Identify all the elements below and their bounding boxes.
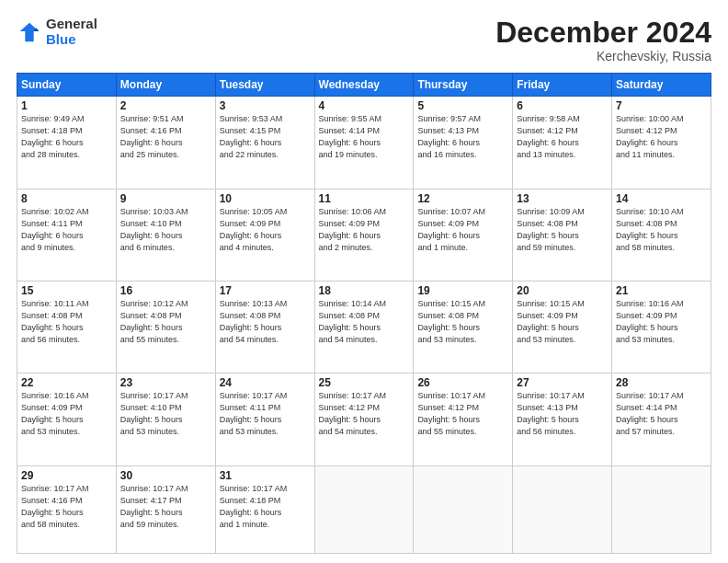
cell-info: Sunrise: 10:05 AM Sunset: 4:09 PM Daylig… (220, 206, 311, 254)
day-number: 6 (517, 99, 608, 112)
cell-info: Sunrise: 10:17 AM Sunset: 4:17 PM Daylig… (120, 483, 211, 531)
calendar-cell: 27Sunrise: 10:17 AM Sunset: 4:13 PM Dayl… (513, 373, 612, 465)
cell-info: Sunrise: 10:17 AM Sunset: 4:12 PM Daylig… (319, 390, 410, 438)
cell-info: Sunrise: 10:17 AM Sunset: 4:13 PM Daylig… (517, 390, 608, 438)
calendar-cell: 28Sunrise: 10:17 AM Sunset: 4:14 PM Dayl… (612, 373, 711, 465)
day-number: 21 (616, 284, 707, 297)
day-number: 8 (21, 192, 112, 205)
calendar-cell: 8Sunrise: 10:02 AM Sunset: 4:11 PM Dayli… (17, 189, 117, 281)
calendar-cell: 11Sunrise: 10:06 AM Sunset: 4:09 PM Dayl… (314, 189, 414, 281)
day-number: 25 (319, 376, 410, 389)
main-title: December 2024 (495, 17, 711, 49)
day-number: 19 (417, 284, 508, 297)
cell-info: Sunrise: 10:17 AM Sunset: 4:11 PM Daylig… (220, 390, 311, 438)
calendar-cell: 22Sunrise: 10:16 AM Sunset: 4:09 PM Dayl… (17, 373, 117, 465)
weekday-header: Thursday (414, 74, 513, 97)
calendar-cell: 21Sunrise: 10:16 AM Sunset: 4:09 PM Dayl… (612, 281, 711, 373)
cell-info: Sunrise: 10:17 AM Sunset: 4:10 PM Daylig… (120, 390, 211, 438)
calendar-cell (612, 465, 711, 554)
day-number: 1 (21, 99, 112, 112)
calendar-cell (513, 465, 612, 554)
calendar-cell: 4Sunrise: 9:55 AM Sunset: 4:14 PM Daylig… (314, 97, 414, 189)
day-number: 15 (21, 284, 112, 297)
calendar-cell: 31Sunrise: 10:17 AM Sunset: 4:18 PM Dayl… (215, 465, 314, 554)
cell-info: Sunrise: 10:17 AM Sunset: 4:16 PM Daylig… (21, 483, 112, 531)
day-number: 3 (220, 99, 311, 112)
calendar-cell (414, 465, 513, 554)
calendar-cell: 3Sunrise: 9:53 AM Sunset: 4:15 PM Daylig… (215, 97, 314, 189)
day-number: 2 (120, 99, 211, 112)
calendar-cell: 10Sunrise: 10:05 AM Sunset: 4:09 PM Dayl… (215, 189, 314, 281)
calendar-cell: 18Sunrise: 10:14 AM Sunset: 4:08 PM Dayl… (314, 281, 414, 373)
day-number: 26 (417, 376, 508, 389)
day-number: 12 (417, 192, 508, 205)
day-number: 31 (220, 469, 311, 482)
svg-marker-0 (20, 22, 40, 41)
calendar-table: SundayMondayTuesdayWednesdayThursdayFrid… (17, 73, 711, 554)
page: General Blue December 2024 Kerchevskiy, … (0, 0, 728, 563)
weekday-header: Monday (116, 74, 215, 97)
cell-info: Sunrise: 9:53 AM Sunset: 4:15 PM Dayligh… (220, 113, 311, 161)
cell-info: Sunrise: 10:02 AM Sunset: 4:11 PM Daylig… (21, 206, 112, 254)
day-number: 9 (120, 192, 211, 205)
day-number: 5 (417, 99, 508, 112)
calendar-cell (314, 465, 414, 554)
day-number: 29 (21, 469, 112, 482)
cell-info: Sunrise: 9:57 AM Sunset: 4:13 PM Dayligh… (417, 113, 508, 161)
logo: General Blue (17, 17, 97, 47)
cell-info: Sunrise: 10:06 AM Sunset: 4:09 PM Daylig… (319, 206, 410, 254)
weekday-header: Saturday (612, 74, 711, 97)
logo-text: General Blue (46, 17, 97, 47)
calendar-cell: 9Sunrise: 10:03 AM Sunset: 4:10 PM Dayli… (116, 189, 215, 281)
cell-info: Sunrise: 9:51 AM Sunset: 4:16 PM Dayligh… (120, 113, 211, 161)
logo-icon (17, 19, 42, 45)
calendar-cell: 23Sunrise: 10:17 AM Sunset: 4:10 PM Dayl… (116, 373, 215, 465)
calendar-cell: 17Sunrise: 10:13 AM Sunset: 4:08 PM Dayl… (215, 281, 314, 373)
calendar-cell: 20Sunrise: 10:15 AM Sunset: 4:09 PM Dayl… (513, 281, 612, 373)
title-block: December 2024 Kerchevskiy, Russia (495, 17, 711, 63)
cell-info: Sunrise: 10:16 AM Sunset: 4:09 PM Daylig… (616, 298, 707, 346)
day-number: 27 (517, 376, 608, 389)
weekday-header: Tuesday (215, 74, 314, 97)
header: General Blue December 2024 Kerchevskiy, … (17, 17, 711, 63)
cell-info: Sunrise: 10:15 AM Sunset: 4:09 PM Daylig… (517, 298, 608, 346)
calendar-cell: 25Sunrise: 10:17 AM Sunset: 4:12 PM Dayl… (314, 373, 414, 465)
weekday-header: Friday (513, 74, 612, 97)
day-number: 14 (616, 192, 707, 205)
cell-info: Sunrise: 10:13 AM Sunset: 4:08 PM Daylig… (220, 298, 311, 346)
calendar-cell: 12Sunrise: 10:07 AM Sunset: 4:09 PM Dayl… (414, 189, 513, 281)
cell-info: Sunrise: 10:12 AM Sunset: 4:08 PM Daylig… (120, 298, 211, 346)
calendar-cell: 5Sunrise: 9:57 AM Sunset: 4:13 PM Daylig… (414, 97, 513, 189)
day-number: 22 (21, 376, 112, 389)
cell-info: Sunrise: 10:17 AM Sunset: 4:14 PM Daylig… (616, 390, 707, 438)
calendar-cell: 14Sunrise: 10:10 AM Sunset: 4:08 PM Dayl… (612, 189, 711, 281)
day-number: 30 (120, 469, 211, 482)
calendar-cell: 26Sunrise: 10:17 AM Sunset: 4:12 PM Dayl… (414, 373, 513, 465)
cell-info: Sunrise: 10:10 AM Sunset: 4:08 PM Daylig… (616, 206, 707, 254)
logo-general-text: General (46, 17, 97, 32)
calendar-cell: 30Sunrise: 10:17 AM Sunset: 4:17 PM Dayl… (116, 465, 215, 554)
cell-info: Sunrise: 10:11 AM Sunset: 4:08 PM Daylig… (21, 298, 112, 346)
day-number: 4 (319, 99, 410, 112)
cell-info: Sunrise: 10:17 AM Sunset: 4:12 PM Daylig… (417, 390, 508, 438)
cell-info: Sunrise: 10:00 AM Sunset: 4:12 PM Daylig… (616, 113, 707, 161)
calendar-cell: 1Sunrise: 9:49 AM Sunset: 4:18 PM Daylig… (17, 97, 117, 189)
calendar-cell: 16Sunrise: 10:12 AM Sunset: 4:08 PM Dayl… (116, 281, 215, 373)
cell-info: Sunrise: 9:49 AM Sunset: 4:18 PM Dayligh… (21, 113, 112, 161)
calendar-cell: 29Sunrise: 10:17 AM Sunset: 4:16 PM Dayl… (17, 465, 117, 554)
day-number: 23 (120, 376, 211, 389)
day-number: 18 (319, 284, 410, 297)
calendar-cell: 6Sunrise: 9:58 AM Sunset: 4:12 PM Daylig… (513, 97, 612, 189)
cell-info: Sunrise: 10:07 AM Sunset: 4:09 PM Daylig… (417, 206, 508, 254)
day-number: 24 (220, 376, 311, 389)
day-number: 16 (120, 284, 211, 297)
day-number: 7 (616, 99, 707, 112)
day-number: 10 (220, 192, 311, 205)
location-subtitle: Kerchevskiy, Russia (495, 49, 711, 63)
day-number: 13 (517, 192, 608, 205)
day-number: 28 (616, 376, 707, 389)
calendar-cell: 2Sunrise: 9:51 AM Sunset: 4:16 PM Daylig… (116, 97, 215, 189)
cell-info: Sunrise: 10:09 AM Sunset: 4:08 PM Daylig… (517, 206, 608, 254)
logo-blue-text: Blue (46, 32, 97, 48)
weekday-header: Wednesday (314, 74, 414, 97)
